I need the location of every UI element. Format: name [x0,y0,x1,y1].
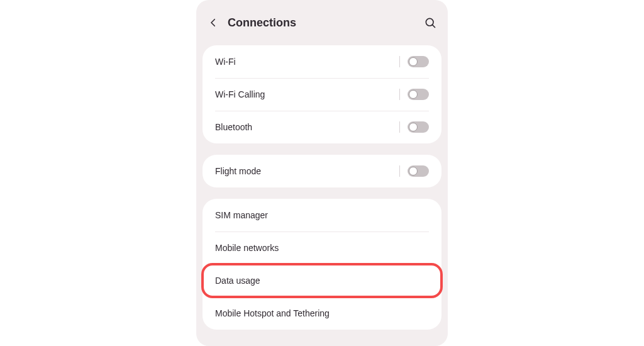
row-wifi-calling[interactable]: Wi-Fi Calling [203,78,441,111]
toggle-divider [399,121,400,133]
back-icon[interactable] [208,17,219,28]
row-label: Mobile networks [215,243,429,253]
group-toggles-1: Wi-Fi Wi-Fi Calling Bluetooth [203,45,441,143]
row-sim-manager[interactable]: SIM manager [203,199,441,232]
search-icon[interactable] [424,16,436,29]
row-wifi[interactable]: Wi-Fi [203,45,441,78]
toggle-divider [399,56,400,67]
flight-mode-toggle[interactable] [408,165,429,177]
toggle-wrap [399,89,429,100]
bluetooth-toggle[interactable] [408,121,429,133]
settings-screen: Connections Wi-Fi Wi-Fi Calling [196,0,448,346]
group-links: SIM manager Mobile networks Data usage M… [203,199,441,330]
row-label: Wi-Fi Calling [215,89,399,99]
row-bluetooth[interactable]: Bluetooth [203,111,441,143]
toggle-wrap [399,165,429,177]
row-label: Data usage [215,276,429,286]
toggle-wrap [399,121,429,133]
group-toggles-2: Flight mode [203,155,441,187]
row-label: Wi-Fi [215,57,399,67]
svg-line-1 [432,25,435,27]
row-flight-mode[interactable]: Flight mode [203,155,441,187]
row-mobile-networks[interactable]: Mobile networks [203,232,441,264]
row-data-usage[interactable]: Data usage [203,264,441,297]
row-label: SIM manager [215,210,429,220]
wifi-toggle[interactable] [408,56,429,67]
row-label: Mobile Hotspot and Tethering [215,308,429,318]
page-title: Connections [228,16,424,30]
toggle-wrap [399,56,429,67]
toggle-divider [399,89,400,100]
row-mobile-hotspot[interactable]: Mobile Hotspot and Tethering [203,297,441,330]
wifi-calling-toggle[interactable] [408,89,429,100]
row-label: Bluetooth [215,122,399,132]
header: Connections [196,0,448,45]
row-label: Flight mode [215,166,399,176]
toggle-divider [399,165,400,177]
